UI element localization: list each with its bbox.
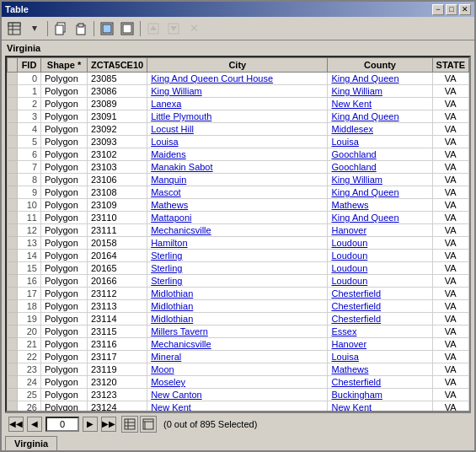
cell-county[interactable]: Loudoun: [328, 275, 432, 288]
cell-county[interactable]: Goochland: [328, 148, 432, 161]
cell-city[interactable]: Manquin: [147, 174, 328, 186]
cell-city[interactable]: Midlothian: [147, 313, 328, 326]
cell-county[interactable]: New Kent: [328, 401, 432, 412]
col-header-zcta[interactable]: ZCTA5CE10: [88, 58, 147, 73]
table-row[interactable]: 17 Polygon 23112 Midlothian Chesterfield…: [8, 288, 469, 300]
cell-city[interactable]: King And Queen Court House: [147, 73, 328, 85]
close-button[interactable]: ✕: [459, 4, 471, 15]
cell-county[interactable]: Louisa: [328, 136, 432, 148]
cell-city[interactable]: Little Plymouth: [147, 110, 328, 123]
table-row[interactable]: 22 Polygon 23117 Mineral Louisa VA: [8, 351, 469, 363]
table-row[interactable]: 4 Polygon 23092 Locust Hill Middlesex VA: [8, 123, 469, 136]
cell-city[interactable]: Mattaponi: [147, 212, 328, 224]
cell-city[interactable]: Mathews: [147, 199, 328, 212]
cell-city[interactable]: Sterling: [147, 262, 328, 275]
table-row[interactable]: 0 Polygon 23085 King And Queen Court Hou…: [8, 73, 469, 85]
cell-county[interactable]: Loudoun: [328, 237, 432, 250]
cell-city[interactable]: Sterling: [147, 250, 328, 262]
table-row[interactable]: 11 Polygon 23110 Mattaponi King And Quee…: [8, 212, 469, 224]
table-row[interactable]: 21 Polygon 23116 Mechanicsville Hanover …: [8, 338, 469, 351]
cell-city[interactable]: Sterling: [147, 275, 328, 288]
cell-county[interactable]: Goochland: [328, 161, 432, 174]
table-row[interactable]: 18 Polygon 23113 Midlothian Chesterfield…: [8, 300, 469, 313]
cell-city[interactable]: Moseley: [147, 376, 328, 389]
cell-county[interactable]: Mathews: [328, 363, 432, 376]
cell-county[interactable]: Chesterfield: [328, 313, 432, 326]
table-options-button[interactable]: [5, 19, 24, 38]
table-row[interactable]: 25 Polygon 23123 New Canton Buckingham V…: [8, 389, 469, 401]
table-row[interactable]: 20 Polygon 23115 Millers Tavern Essex VA: [8, 326, 469, 338]
first-record-button[interactable]: ◀◀: [8, 417, 24, 432]
cell-city[interactable]: King William: [147, 85, 328, 98]
maximize-button[interactable]: □: [446, 4, 457, 15]
cell-county[interactable]: King And Queen: [328, 212, 432, 224]
table-row[interactable]: 16 Polygon 20166 Sterling Loudoun VA: [8, 275, 469, 288]
table-row[interactable]: 10 Polygon 23109 Mathews Mathews VA: [8, 199, 469, 212]
cell-county[interactable]: Loudoun: [328, 250, 432, 262]
table-scroll-area[interactable]: FID Shape * ZCTA5CE10 City County STATE …: [7, 57, 469, 411]
dropdown-arrow-button[interactable]: [25, 19, 44, 38]
move-up-button[interactable]: [144, 19, 163, 38]
col-header-state[interactable]: STATE: [432, 58, 468, 73]
table-row[interactable]: 13 Polygon 20158 Hamilton Loudoun VA: [8, 237, 469, 250]
cell-city[interactable]: Mechanicsville: [147, 338, 328, 351]
cell-county[interactable]: King And Queen: [328, 186, 432, 199]
list-view-button[interactable]: [140, 416, 157, 433]
cell-county[interactable]: Loudoun: [328, 262, 432, 275]
cell-county[interactable]: King William: [328, 85, 432, 98]
move-down-button[interactable]: [164, 19, 183, 38]
prev-record-button[interactable]: ◀: [27, 417, 42, 432]
table-row[interactable]: 9 Polygon 23108 Mascot King And Queen VA: [8, 186, 469, 199]
table-row[interactable]: 8 Polygon 23106 Manquin King William VA: [8, 174, 469, 186]
table-row[interactable]: 19 Polygon 23114 Midlothian Chesterfield…: [8, 313, 469, 326]
cell-city[interactable]: Midlothian: [147, 300, 328, 313]
table-row[interactable]: 5 Polygon 23093 Louisa Louisa VA: [8, 136, 469, 148]
cell-county[interactable]: Chesterfield: [328, 300, 432, 313]
cell-city[interactable]: Mechanicsville: [147, 224, 328, 237]
table-row[interactable]: 2 Polygon 23089 Lanexa New Kent VA: [8, 98, 469, 110]
cell-city[interactable]: Moon: [147, 363, 328, 376]
cell-county[interactable]: Mathews: [328, 199, 432, 212]
col-header-county[interactable]: County: [328, 58, 432, 73]
cell-city[interactable]: Manakin Sabot: [147, 161, 328, 174]
next-record-button[interactable]: ▶: [83, 417, 98, 432]
cell-city[interactable]: Hamilton: [147, 237, 328, 250]
cell-county[interactable]: New Kent: [328, 98, 432, 110]
cell-city[interactable]: New Kent: [147, 401, 328, 412]
cell-city[interactable]: Midlothian: [147, 288, 328, 300]
cell-city[interactable]: Maidens: [147, 148, 328, 161]
cell-county[interactable]: Chesterfield: [328, 376, 432, 389]
cell-county[interactable]: Hanover: [328, 338, 432, 351]
delete-button[interactable]: ✕: [185, 19, 203, 38]
cell-county[interactable]: Middlesex: [328, 123, 432, 136]
table-row[interactable]: 24 Polygon 23120 Moseley Chesterfield VA: [8, 376, 469, 389]
copy-button[interactable]: [51, 19, 70, 38]
virginia-tab[interactable]: Virginia: [5, 436, 57, 450]
table-row[interactable]: 14 Polygon 20164 Sterling Loudoun VA: [8, 250, 469, 262]
col-header-fid[interactable]: FID: [18, 58, 41, 73]
table-row[interactable]: 3 Polygon 23091 Little Plymouth King And…: [8, 110, 469, 123]
cell-county[interactable]: Essex: [328, 326, 432, 338]
cell-city[interactable]: Louisa: [147, 136, 328, 148]
cell-city[interactable]: Millers Tavern: [147, 326, 328, 338]
table-row[interactable]: 1 Polygon 23086 King William King Willia…: [8, 85, 469, 98]
cell-county[interactable]: King And Queen: [328, 73, 432, 85]
cell-city[interactable]: Locust Hill: [147, 123, 328, 136]
table-row[interactable]: 7 Polygon 23103 Manakin Sabot Goochland …: [8, 161, 469, 174]
table-row[interactable]: 26 Polygon 23124 New Kent New Kent VA: [8, 401, 469, 412]
col-header-shape[interactable]: Shape *: [41, 58, 88, 73]
cell-county[interactable]: Chesterfield: [328, 288, 432, 300]
current-record-input[interactable]: [45, 417, 79, 432]
table-row[interactable]: 15 Polygon 20165 Sterling Loudoun VA: [8, 262, 469, 275]
cell-county[interactable]: Buckingham: [328, 389, 432, 401]
minimize-button[interactable]: −: [432, 4, 444, 15]
cell-city[interactable]: Mineral: [147, 351, 328, 363]
cell-city[interactable]: Mascot: [147, 186, 328, 199]
cell-county[interactable]: King William: [328, 174, 432, 186]
cell-county[interactable]: King And Queen: [328, 110, 432, 123]
col-header-city[interactable]: City: [147, 58, 328, 73]
cell-city[interactable]: New Canton: [147, 389, 328, 401]
table-row[interactable]: 6 Polygon 23102 Maidens Goochland VA: [8, 148, 469, 161]
cell-county[interactable]: Louisa: [328, 351, 432, 363]
table-row[interactable]: 23 Polygon 23119 Moon Mathews VA: [8, 363, 469, 376]
